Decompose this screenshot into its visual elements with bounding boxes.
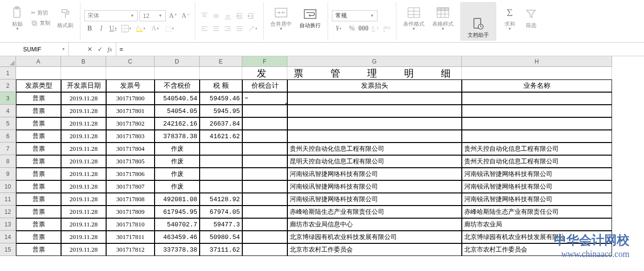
header-e[interactable]: 税 额 bbox=[200, 80, 242, 92]
cell-12-d[interactable]: 617945.95 bbox=[155, 206, 200, 218]
row-header-4[interactable]: 4 bbox=[0, 105, 16, 117]
row-header-1[interactable]: 1 bbox=[0, 67, 16, 80]
merge-center-button[interactable]: 合并居中 ▼ bbox=[267, 4, 295, 32]
formula-input[interactable] bbox=[116, 46, 644, 53]
cell-4-e[interactable]: 5945.95 bbox=[200, 105, 242, 117]
align-right-button[interactable] bbox=[222, 23, 233, 34]
copy-button[interactable]: 复制 bbox=[29, 18, 52, 28]
row-header-15[interactable]: 15 bbox=[0, 243, 16, 256]
col-header-F[interactable]: F bbox=[242, 56, 287, 67]
cell-3-b[interactable]: 2019.11.28 bbox=[61, 92, 106, 105]
cell-13-e[interactable]: 59477.3 bbox=[200, 218, 242, 231]
cell-13-d[interactable]: 540702.7 bbox=[155, 218, 200, 231]
col-header-D[interactable]: D bbox=[155, 56, 200, 67]
align-left-button[interactable] bbox=[199, 23, 210, 34]
cell-5-d[interactable]: 242162.16 bbox=[155, 117, 200, 130]
cell-13-c[interactable]: 301717810 bbox=[106, 218, 155, 231]
cell-4-a[interactable]: 普票 bbox=[16, 105, 61, 117]
cell-6-h[interactable] bbox=[462, 130, 612, 143]
header-d[interactable]: 不含税价 bbox=[155, 80, 200, 92]
cell-8-c[interactable]: 301717805 bbox=[106, 155, 155, 168]
cell-11-g[interactable]: 河南锐讯智捷网络科技有限公司 bbox=[287, 193, 462, 206]
col-header-C[interactable]: C bbox=[106, 56, 155, 67]
increase-decimal-button[interactable]: .0.00 bbox=[370, 23, 380, 34]
cell-8-h[interactable]: 贵州天控自动化信息工程有限公司 bbox=[462, 155, 612, 168]
cell-4-f[interactable] bbox=[242, 105, 287, 117]
distribute-button[interactable] bbox=[234, 23, 245, 34]
header-g[interactable]: 发票抬头 bbox=[287, 80, 462, 92]
col-header-G[interactable]: G bbox=[287, 56, 462, 67]
row-header-6[interactable]: 6 bbox=[0, 130, 16, 143]
cell-10-b[interactable]: 2019.11.28 bbox=[61, 180, 106, 193]
cell-6-c[interactable]: 301717803 bbox=[106, 130, 155, 143]
cell-3-h[interactable] bbox=[462, 92, 612, 105]
cell-10-e[interactable] bbox=[200, 180, 242, 193]
header-b[interactable]: 开发票日期 bbox=[61, 80, 106, 92]
cell-15-c[interactable]: 301717812 bbox=[106, 243, 155, 256]
col-header-H[interactable]: H bbox=[462, 56, 612, 67]
cell-8-g[interactable]: 昆明天控自动化信息工程有限公司 bbox=[287, 155, 462, 168]
cell-15-b[interactable]: 2019.11.28 bbox=[61, 243, 106, 256]
header-c[interactable]: 发票号 bbox=[106, 80, 155, 92]
cell-13-b[interactable]: 2019.11.28 bbox=[61, 218, 106, 231]
underline-button[interactable]: U▾ bbox=[108, 23, 118, 34]
cell-8-f[interactable] bbox=[242, 155, 287, 168]
cell-15-a[interactable]: 普票 bbox=[16, 243, 61, 256]
align-bottom-button[interactable] bbox=[222, 11, 233, 21]
increase-indent-button[interactable] bbox=[246, 11, 256, 21]
cell-15-f[interactable] bbox=[242, 243, 287, 256]
cell-9-d[interactable]: 作废 bbox=[155, 168, 200, 180]
row-header-9[interactable]: 9 bbox=[0, 168, 16, 180]
currency-button[interactable]: ¥▾ bbox=[332, 23, 346, 34]
header-a[interactable]: 发票类型 bbox=[16, 80, 61, 92]
cell-10-a[interactable]: 普票 bbox=[16, 180, 61, 193]
font-name-select[interactable]: 宋体▼ bbox=[84, 10, 138, 21]
cell-14-c[interactable]: 301717811 bbox=[106, 231, 155, 243]
cell-6-a[interactable]: 普票 bbox=[16, 130, 61, 143]
cell-6-d[interactable]: 378378.38 bbox=[155, 130, 200, 143]
cell-9-h[interactable]: 河南锐讯智捷网络科技有限公司 bbox=[462, 168, 612, 180]
cell-3-g[interactable] bbox=[287, 92, 462, 105]
cell-4-h[interactable] bbox=[462, 105, 612, 117]
cell-9-g[interactable]: 河南锐讯智捷网络科技有限公司 bbox=[287, 168, 462, 180]
cell-10-d[interactable]: 作废 bbox=[155, 180, 200, 193]
cell-4-b[interactable]: 2019.11.28 bbox=[61, 105, 106, 117]
sum-button[interactable]: Σ 求和 ▼ bbox=[500, 4, 519, 32]
cell-12-g[interactable]: 赤峰哈斯陆生态产业有限责任公司 bbox=[287, 206, 462, 218]
font-color-button[interactable]: A▾ bbox=[148, 23, 162, 34]
cell-5-h[interactable] bbox=[462, 117, 612, 130]
fill-color-button[interactable]: ▾ bbox=[134, 23, 147, 34]
cell-15-d[interactable]: 337378.38 bbox=[155, 243, 200, 256]
cell-10-f[interactable] bbox=[242, 180, 287, 193]
name-box[interactable]: ▼ bbox=[0, 43, 69, 56]
cell-5-c[interactable]: 301717802 bbox=[106, 117, 155, 130]
filter-button[interactable]: 筛选 bbox=[521, 5, 541, 31]
cell-14-b[interactable]: 2019.11.28 bbox=[61, 231, 106, 243]
cell-7-b[interactable]: 2019.11.28 bbox=[61, 143, 106, 155]
row-header-13[interactable]: 13 bbox=[0, 218, 16, 231]
cell-14-e[interactable]: 50980.54 bbox=[200, 231, 242, 243]
number-format-select[interactable]: 常规▼ bbox=[332, 10, 377, 21]
cell-9-b[interactable]: 2019.11.28 bbox=[61, 168, 106, 180]
name-box-input[interactable] bbox=[3, 46, 62, 53]
percent-button[interactable]: % bbox=[346, 23, 357, 34]
cell-15-e[interactable]: 37111.62 bbox=[200, 243, 242, 256]
row-header-8[interactable]: 8 bbox=[0, 155, 16, 168]
cell-8-d[interactable]: 作废 bbox=[155, 155, 200, 168]
phonetic-button[interactable]: ⬚▾ bbox=[163, 23, 176, 34]
cell-5-a[interactable]: 普票 bbox=[16, 117, 61, 130]
cell-10-c[interactable]: 301717807 bbox=[106, 180, 155, 193]
increase-font-button[interactable]: A⁺ bbox=[168, 10, 178, 21]
cell-3-a[interactable]: 普票 bbox=[16, 92, 61, 105]
cell-10-g[interactable]: 河南锐讯智捷网络科技有限公司 bbox=[287, 180, 462, 193]
cell-11-h[interactable]: 河南锐讯智捷网络科技有限公司 bbox=[462, 193, 612, 206]
row-header-5[interactable]: 5 bbox=[0, 117, 16, 130]
cell-4-d[interactable]: 54054.05 bbox=[155, 105, 200, 117]
row-header-3[interactable]: 3 bbox=[0, 92, 16, 105]
cell-5-e[interactable]: 26637.84 bbox=[200, 117, 242, 130]
bold-button[interactable]: B bbox=[84, 23, 95, 34]
cell-13-g[interactable]: 廊坊市农业局信息中心 bbox=[287, 218, 462, 231]
header-f[interactable]: 价税合计 bbox=[242, 80, 287, 92]
cell-12-c[interactable]: 301717809 bbox=[106, 206, 155, 218]
cell-11-c[interactable]: 301717808 bbox=[106, 193, 155, 206]
